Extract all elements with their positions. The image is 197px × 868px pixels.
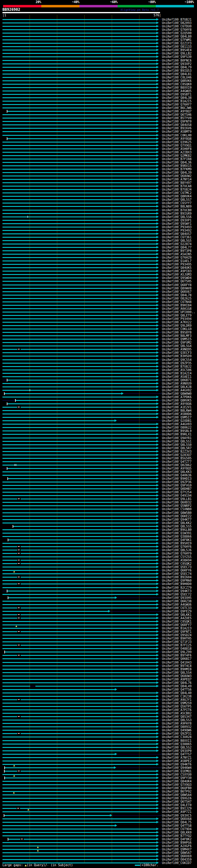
- alignment-row: UniRef100_B2Z3V3: [0, 450, 197, 453]
- alignment-bar: [2, 441, 156, 442]
- alignment-row: UniRef100_Q8W5A7: [0, 851, 197, 855]
- alignment-bar: [2, 536, 156, 537]
- hit-label: UniRef100_A5BMT9: [162, 130, 192, 133]
- alignment-row: UniRef100_Q6T5H6: [0, 113, 197, 116]
- alignment-row: UniRef100_B9I6V6: [0, 127, 197, 130]
- alignment-bar: [2, 162, 156, 163]
- arrow-right-icon: [156, 600, 159, 602]
- alignment-row: UniRef100_B8Y497: [0, 181, 197, 184]
- hit-label: UniRef100_Q8LKJ8: [162, 385, 192, 388]
- hit-label: UniRef100_Q6RX69: [162, 855, 192, 858]
- alignment-row: UniRef100_B5TYV0: [0, 116, 197, 120]
- alignment-bar: [2, 692, 156, 693]
- hit-label: UniRef100_C0SQK0: [162, 83, 192, 86]
- subject-tail-line: [117, 754, 161, 754]
- hit-label: UniRef100_O80932: [162, 725, 192, 728]
- alignment-row: UniRef100_A4GV03: [0, 423, 197, 426]
- hit-label: UniRef100_A0A1G8: [162, 307, 192, 310]
- arrow-right-icon: [156, 671, 159, 674]
- query-ruler-bar: [2, 12, 160, 13]
- arrow-right-icon: [156, 549, 159, 551]
- alignment-row: UniRef100_A9UJY1: [0, 698, 197, 702]
- hit-label: UniRef100_Q8L5S6: [162, 215, 192, 218]
- alignment-row: UniRef100_Q38866: [0, 534, 197, 538]
- alignment-bar: [2, 699, 156, 700]
- hit-label: UniRef100_Q6QFB0: [162, 786, 192, 789]
- alignment-bar: [2, 573, 156, 574]
- alignment-row: UniRef100_Q84L77: [0, 246, 197, 249]
- alignment-bar: [2, 604, 156, 605]
- arrow-right-icon: [156, 470, 159, 473]
- subject-gap-dash-icon: [18, 553, 20, 554]
- subject-tail-line: [159, 645, 161, 645]
- alignment-row: UniRef100_C6TC33: [0, 606, 197, 609]
- hit-label: UniRef100_C0KLG9: [162, 327, 192, 331]
- alignment-row: UniRef100_Q6RFY7: [0, 623, 197, 627]
- arrow-right-icon: [156, 406, 159, 408]
- hit-label: UniRef100_B9S4E4: [162, 48, 192, 52]
- alignment-row: UniRef100_Q2ODB1: [0, 419, 197, 423]
- alignment-bar: [2, 107, 156, 108]
- arrow-right-icon: [156, 256, 159, 259]
- arrow-right-icon: [156, 389, 159, 391]
- arrow-right-icon: [156, 253, 159, 255]
- alignment-bar: [2, 410, 156, 411]
- alignment-bar: [2, 430, 156, 431]
- alignment-bar: [2, 556, 156, 557]
- subject-tail-line: [159, 407, 161, 407]
- alignment-row: UniRef100_Q9FEZ9: [0, 609, 197, 613]
- alignment-row: UniRef100_C5YZS5: [0, 555, 197, 559]
- alignment-bar: [8, 839, 157, 840]
- subject-tail-line: [159, 339, 161, 339]
- alignment-row: UniRef100_A4GWU6: [0, 602, 197, 606]
- arrow-right-icon: [156, 603, 159, 606]
- arrow-right-icon: [156, 25, 159, 27]
- hit-label: UniRef100_Q6RFY6: [162, 569, 192, 572]
- arrow-right-icon: [156, 538, 159, 541]
- subject-tail-line: [159, 155, 161, 156]
- alignview-report: 20% ~40% ~60% ~80% ~100% BB926902 AlignV…: [0, 0, 197, 868]
- alignment-bar: [2, 53, 156, 54]
- alignment-row: UniRef100_O04359: [0, 858, 197, 861]
- alignment-row: UniRef100_Q6KEZ2: [0, 514, 197, 518]
- hit-label: UniRef100_Q84L81: [162, 72, 192, 75]
- hit-label: UniRef100_C5XNB0: [162, 507, 192, 510]
- arrow-right-icon: [156, 532, 159, 534]
- hit-label: UniRef100_Q0Z862: [162, 463, 192, 466]
- alignment-bar: [2, 332, 156, 333]
- alignment-row: UniRef100_Q8S347: [0, 715, 197, 718]
- arrow-right-icon: [156, 158, 159, 160]
- arrow-right-icon: [156, 259, 159, 262]
- alignment-row: UniRef100_B1A2I4: [0, 371, 197, 375]
- alignment-row: UniRef100_Q9FNT1: [0, 630, 197, 633]
- alignment-row: UniRef100_B9HI84: [0, 303, 197, 307]
- hit-label: UniRef100_A9Y8Q5: [162, 467, 192, 470]
- arrow-right-icon: [156, 508, 159, 510]
- subject-tail-line: [159, 788, 161, 788]
- hit-label: UniRef100_B8LMF3: [162, 334, 192, 337]
- arrow-right-icon: [156, 756, 159, 759]
- arrow-right-icon: [156, 855, 159, 857]
- alignment-row: UniRef100_Q6RFY6: [0, 569, 197, 572]
- alignment-row: UniRef100_C1K238: [0, 694, 197, 698]
- alignment-bar: [2, 757, 156, 758]
- alignment-bar: [2, 733, 156, 734]
- alignment-row: UniRef100_B3H5D9: [0, 354, 197, 358]
- alignment-row: UniRef100_A5AEI1: [0, 375, 197, 378]
- alignment-row: UniRef100_Q4LET0: [0, 803, 197, 807]
- legend-gaps-prefix: Large gaps:: [2, 863, 25, 867]
- alignment-row: UniRef100_Q2MK82: [0, 154, 197, 157]
- scale-bar-icon: [135, 865, 140, 866]
- hit-label: UniRef100_Q7X9Q1: [162, 144, 192, 147]
- hit-label: UniRef100_Q8L5S1: [162, 440, 192, 443]
- arrow-right-icon: [156, 385, 159, 388]
- hit-label: UniRef100_C0KLH0: [162, 134, 192, 137]
- arrow-right-icon: [156, 185, 159, 187]
- hit-label: UniRef100_A9PEQ7: [162, 678, 192, 681]
- subject-tail-line: [159, 741, 161, 741]
- arrow-right-icon: [156, 817, 159, 820]
- subject-gap-dash-icon: [18, 498, 20, 499]
- alignment-bar: [2, 747, 156, 748]
- alignment-row: UniRef100_Q41043: [0, 660, 197, 664]
- alignment-bar: [2, 587, 156, 588]
